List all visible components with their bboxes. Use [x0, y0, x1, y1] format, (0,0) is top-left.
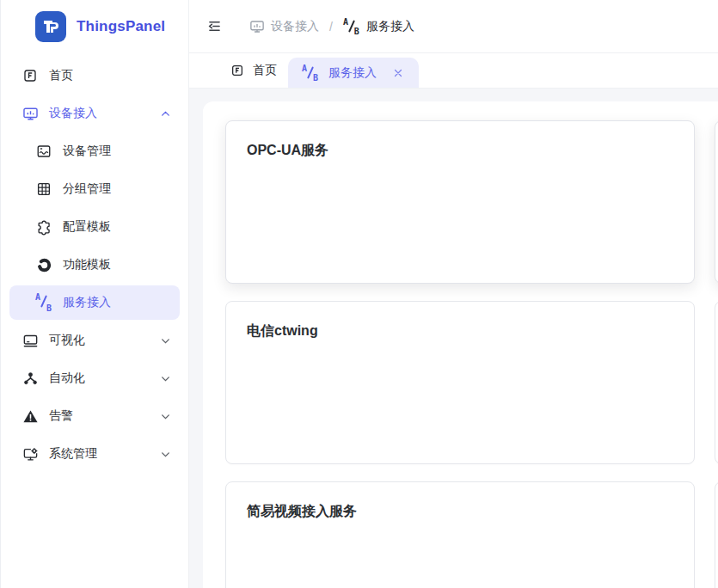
sidebar-item-device-access[interactable]: 设备接入 — [9, 96, 180, 131]
breadcrumb-item-device-access[interactable]: 设备接入 — [249, 19, 319, 34]
function-ring-icon — [35, 256, 52, 273]
config-puzzle-icon — [35, 218, 52, 236]
tab-service-access[interactable]: AB 服务接入 — [288, 58, 419, 88]
chevron-down-icon — [160, 373, 171, 384]
sidebar-item-label: 系统管理 — [49, 446, 97, 462]
brand[interactable]: ThingsPanel — [1, 0, 188, 53]
service-card-partial-3[interactable] — [715, 481, 718, 588]
service-card-opcua[interactable]: OPC-UA服务 — [225, 120, 695, 284]
tab-label: 服务接入 — [328, 65, 377, 81]
sidebar-item-group-manage[interactable]: 分组管理 — [9, 172, 180, 206]
service-card-grid: OPC-UA服务 电信ctwing 简易视频接入服务 — [225, 120, 718, 588]
chevron-up-icon — [160, 108, 171, 119]
service-panel: OPC-UA服务 电信ctwing 简易视频接入服务 — [203, 101, 718, 588]
sidebar-item-config-template[interactable]: 配置模板 — [9, 210, 180, 244]
sidebar-item-label: 首页 — [49, 68, 73, 83]
sidebar-item-label: 可视化 — [49, 333, 85, 348]
sidebar-item-alarm[interactable]: 告警 — [9, 399, 180, 433]
ab-icon: AB — [343, 19, 360, 34]
system-manage-icon — [21, 445, 39, 462]
breadcrumb-item-service-access[interactable]: AB 服务接入 — [343, 19, 414, 34]
sidebar-item-function-template[interactable]: 功能模板 — [9, 248, 180, 282]
brand-title: ThingsPanel — [77, 18, 165, 35]
group-grid-icon — [35, 181, 52, 198]
service-card-partial-2[interactable] — [715, 301, 718, 464]
sidebar-item-system-manage[interactable]: 系统管理 — [9, 437, 180, 471]
sidebar-item-label: 设备接入 — [49, 106, 97, 121]
automation-icon — [21, 370, 39, 387]
alarm-icon — [21, 407, 39, 425]
tab-label: 首页 — [253, 63, 277, 78]
chevron-down-icon — [160, 411, 171, 422]
sidebar-item-service-access[interactable]: AB 服务接入 — [9, 285, 180, 320]
home-f-icon — [21, 67, 39, 84]
service-card-partial-1[interactable] — [715, 120, 718, 284]
sidebar-item-label: 告警 — [49, 408, 73, 424]
sidebar-item-visualization[interactable]: 可视化 — [9, 323, 180, 358]
sidebar-item-label: 服务接入 — [63, 295, 111, 310]
card-title: 简易视频接入服务 — [247, 503, 673, 521]
sidebar-item-device-manage[interactable]: 设备管理 — [9, 134, 180, 168]
sidebar: ThingsPanel 首页 设备接入 设备管理 — [0, 0, 189, 588]
ab-icon: AB — [35, 294, 52, 311]
card-title: 电信ctwing — [247, 322, 673, 340]
content-area: OPC-UA服务 电信ctwing 简易视频接入服务 — [189, 89, 718, 588]
device-monitor-icon — [21, 105, 39, 122]
thingspanel-logo-icon — [35, 11, 66, 42]
tab-home[interactable]: 首页 — [219, 52, 288, 88]
sidebar-item-automation[interactable]: 自动化 — [9, 361, 180, 395]
sidebar-item-label: 配置模板 — [63, 219, 111, 235]
ab-icon: AB — [302, 65, 319, 81]
chevron-down-icon — [160, 335, 171, 346]
device-manage-icon — [35, 143, 52, 160]
sidebar-item-label: 分组管理 — [63, 181, 111, 197]
device-monitor-icon — [249, 19, 265, 34]
sidebar-menu: 首页 设备接入 设备管理 分组管理 — [1, 53, 188, 471]
service-card-ctwing[interactable]: 电信ctwing — [225, 301, 695, 464]
chevron-down-icon — [160, 449, 171, 460]
visualization-icon — [21, 332, 39, 349]
service-card-video[interactable]: 简易视频接入服务 — [225, 481, 695, 588]
sidebar-item-home[interactable]: 首页 — [9, 58, 180, 93]
sidebar-item-label: 功能模板 — [63, 257, 111, 273]
tab-close-icon[interactable] — [391, 66, 405, 80]
card-title: OPC-UA服务 — [247, 142, 673, 160]
home-f-icon — [230, 64, 244, 77]
sidebar-item-label: 设备管理 — [63, 144, 111, 159]
breadcrumb: 设备接入 / AB 服务接入 — [249, 19, 414, 34]
topbar: 设备接入 / AB 服务接入 — [189, 0, 718, 53]
sidebar-collapse-button[interactable] — [203, 15, 225, 38]
sidebar-item-label: 自动化 — [49, 371, 85, 386]
tab-bar: 首页 AB 服务接入 — [189, 53, 718, 89]
breadcrumb-separator: / — [329, 20, 333, 34]
